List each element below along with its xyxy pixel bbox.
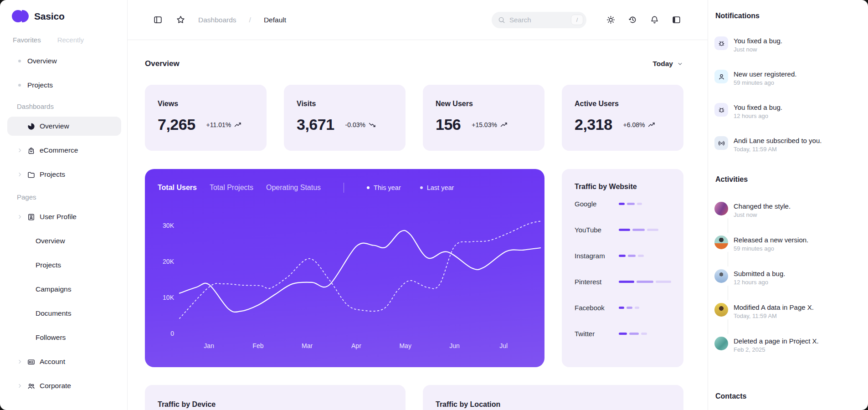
breadcrumb-default[interactable]: Default: [264, 16, 286, 24]
traffic-bar: [619, 281, 671, 283]
site-row-twitter[interactable]: Twitter: [575, 321, 673, 347]
brand-logo[interactable]: Sasico: [0, 10, 121, 22]
activity-item[interactable]: Deleted a page in Project X.Feb 2, 2025: [713, 337, 861, 370]
traffic-by-device-card: Traffic by Device: [145, 385, 406, 410]
chevron-right-icon: [17, 171, 23, 178]
site-row-facebook[interactable]: Facebook: [575, 295, 673, 321]
main-column: Dashboards / Default /: [128, 0, 708, 410]
sidebar-item-campaigns[interactable]: Campaigns: [7, 280, 121, 299]
brand-name: Sasico: [34, 11, 65, 22]
avatar: [714, 303, 728, 317]
tab-favorites[interactable]: Favorites: [13, 36, 41, 44]
stat-label: New Users: [436, 100, 534, 108]
sidebar-item-user-profile[interactable]: User Profile: [7, 207, 121, 226]
breadcrumb-separator: /: [249, 16, 251, 24]
theme-sun-icon[interactable]: [606, 15, 616, 25]
bug-icon: [714, 36, 728, 50]
sidebar-toggle-icon[interactable]: [153, 15, 163, 25]
site-row-youtube[interactable]: YouTube: [575, 217, 673, 243]
stat-value: 3,671: [297, 116, 334, 133]
stat-card-views[interactable]: Views 7,265 +11.01%: [145, 85, 267, 151]
notification-title: Andi Lane subscribed to you.: [734, 137, 822, 144]
folder-icon: [27, 170, 36, 179]
bell-icon[interactable]: [649, 15, 659, 25]
sidebar-item-followers[interactable]: Followers: [7, 328, 121, 347]
stat-label: Active Users: [575, 100, 673, 108]
stat-label: Visits: [297, 100, 395, 108]
favorite-item-overview[interactable]: Overview: [0, 53, 121, 69]
divider: [344, 183, 344, 193]
id-card-icon: [27, 213, 36, 221]
avatar: [714, 236, 728, 249]
sidebar-item-label: User Profile: [40, 213, 77, 221]
date-range-dropdown[interactable]: Today: [653, 60, 684, 68]
section-label-dashboards: Dashboards: [0, 102, 121, 110]
stat-delta: +15.03%: [472, 121, 497, 128]
notification-title: New user registered.: [734, 70, 796, 78]
activity-time: Feb 2, 2025: [734, 346, 765, 353]
site-name: YouTube: [575, 226, 619, 234]
activity-title: Changed the style.: [734, 202, 791, 210]
notifications-section: Notifications You fixed a bug.Just now N…: [713, 12, 861, 154]
search-box[interactable]: /: [492, 12, 586, 28]
activity-item[interactable]: Modified A data in Page X.Today, 11:59 A…: [713, 303, 861, 337]
site-row-pinterest[interactable]: Pinterest: [575, 269, 673, 295]
star-icon[interactable]: [175, 15, 185, 25]
x-tick-label: May: [399, 342, 411, 349]
sidebar-item-documents[interactable]: Documents: [7, 304, 121, 323]
notification-item[interactable]: New user registered.59 minutes ago: [713, 70, 861, 87]
stat-card-active-users[interactable]: Active Users 2,318 +6.08%: [562, 85, 683, 151]
traffic-bar: [619, 203, 642, 205]
user-icon: [714, 70, 728, 83]
sidebar-item-overview[interactable]: Overview: [7, 117, 121, 136]
activity-item[interactable]: Released a new version.59 minutes ago: [713, 236, 861, 269]
chevron-right-icon: [17, 147, 23, 154]
search-shortcut-badge: /: [571, 15, 583, 25]
activity-title: Released a new version.: [734, 236, 808, 244]
activity-title: Modified A data in Page X.: [734, 303, 814, 311]
legend-last-year: Last year: [420, 184, 454, 191]
tab-operating-status[interactable]: Operating Status: [266, 184, 321, 192]
trend-up-icon: [500, 122, 508, 128]
contacts-title: Contacts: [713, 392, 861, 400]
tab-total-users[interactable]: Total Users: [158, 184, 197, 192]
x-tick-label: Feb: [252, 342, 263, 349]
sidebar-item-account[interactable]: Account: [7, 352, 121, 371]
site-row-google[interactable]: Google: [575, 191, 673, 217]
right-panel-toggle-icon[interactable]: [671, 15, 681, 25]
site-row-instagram[interactable]: Instagram: [575, 243, 673, 269]
traffic-bar: [619, 307, 639, 309]
sidebar-item-projects[interactable]: Projects: [7, 165, 121, 184]
dashboard-content: Overview Today Views 7,265 +11.01%: [128, 40, 708, 410]
activity-item[interactable]: Submitted a bug.12 hours ago: [713, 269, 861, 303]
brand-logo-icon: [12, 10, 29, 22]
sidebar-item-ecommerce[interactable]: eCommerce: [7, 141, 121, 160]
stat-card-new-users[interactable]: New Users 156 +15.03%: [423, 85, 544, 151]
notification-item[interactable]: You fixed a bug.Just now: [713, 36, 861, 54]
favorite-item-projects[interactable]: Projects: [0, 77, 121, 93]
traffic-bar: [619, 333, 647, 335]
pie-chart-icon: [27, 122, 36, 131]
sidebar-item-overview-sub[interactable]: Overview: [7, 231, 121, 251]
sidebar-item-projects-sub[interactable]: Projects: [7, 256, 121, 275]
tab-total-projects[interactable]: Total Projects: [210, 184, 253, 192]
tab-recently[interactable]: Recently: [57, 36, 84, 44]
notification-title: You fixed a bug.: [734, 37, 782, 45]
search-input[interactable]: [509, 16, 560, 24]
stat-card-visits[interactable]: Visits 3,671 -0.03%: [284, 85, 406, 151]
series-last-year: [180, 221, 540, 319]
activity-item[interactable]: Changed the style.Just now: [713, 202, 861, 236]
notification-item[interactable]: Andi Lane subscribed to you.Today, 11:59…: [713, 136, 861, 154]
broadcast-icon: [714, 136, 728, 150]
y-tick-label: 0: [149, 330, 174, 337]
site-name: Facebook: [575, 304, 619, 312]
notification-time: 12 hours ago: [734, 113, 768, 119]
notification-item[interactable]: You fixed a bug.12 hours ago: [713, 103, 861, 120]
x-tick-label: Jun: [449, 342, 460, 349]
traffic-bar: [619, 229, 658, 231]
legend-this-year: This year: [367, 184, 401, 191]
sidebar-item-corporate[interactable]: Corporate: [7, 376, 121, 395]
breadcrumb-dashboards[interactable]: Dashboards: [198, 16, 236, 24]
chevron-right-icon: [17, 214, 23, 220]
history-icon[interactable]: [627, 15, 637, 25]
